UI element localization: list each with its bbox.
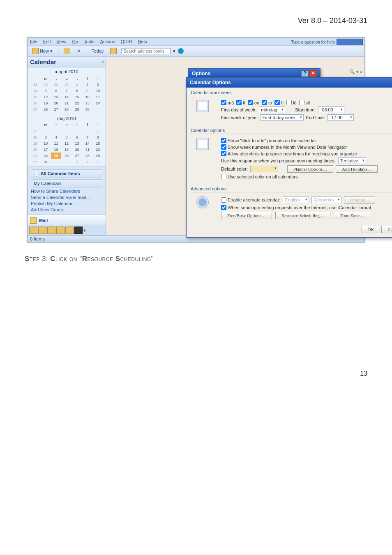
freebusy-button[interactable]: Free/Busy Options… [221, 212, 272, 219]
advanced-legend: Advanced options [191, 186, 392, 191]
search-icon: 🔍 ▾ [349, 69, 359, 74]
cal-opts-ok-button[interactable]: OK [362, 226, 380, 233]
day-on-checkbox[interactable]: on [248, 100, 259, 105]
new-button[interactable]: New ▾ [30, 47, 55, 55]
calendar-icon [32, 48, 39, 54]
menu-file[interactable]: File [30, 39, 37, 44]
menu-view[interactable]: View [57, 39, 67, 44]
help-button[interactable]: ? [301, 70, 309, 77]
shortcut-icon[interactable] [56, 227, 65, 234]
default-color-label: Default color: [221, 166, 248, 171]
nav-shortcut-strip: ▾ [28, 225, 106, 235]
menu-tools[interactable]: Tools [84, 39, 95, 44]
calendar-icon [196, 100, 209, 112]
menu-help[interactable]: Help [138, 39, 147, 44]
calendar-options-title: Calendar Options [190, 80, 231, 86]
link-send-calendar[interactable]: Send a Calendar via E-mail… [31, 195, 102, 200]
link-add-group[interactable]: Add New Group [31, 207, 102, 212]
shortcut-icon[interactable] [29, 227, 37, 234]
propose-response-label: Use this response when you propose new m… [221, 158, 336, 163]
step-instruction: Step 3: Click on "Resource Scheduling" [25, 255, 367, 263]
calendar-main-area: 🔍 ▾ « Next Appointment eminder Time Opti… [106, 57, 364, 235]
shortcut-icon[interactable] [74, 227, 83, 234]
icalendar-checkbox[interactable]: When sending meeting requests over the I… [221, 205, 371, 210]
end-time-dropdown[interactable]: 17:00 [327, 114, 354, 121]
shortcut-icon[interactable] [38, 227, 46, 234]
timezone-button[interactable]: Time Zone… [334, 212, 370, 219]
alt-lang-dropdown: English [283, 197, 309, 203]
day-to-checkbox[interactable]: to [262, 100, 272, 105]
menu-edit[interactable]: Edit [43, 39, 51, 44]
planner-options-button[interactable]: Planner Options… [287, 165, 333, 173]
menu-actions[interactable]: Actions [100, 39, 115, 44]
mini-calendar-may[interactable]: maj 2010 mtotfl 171 18345678 19101112131… [28, 114, 106, 167]
link-how-to-share[interactable]: How to Share Calendars [31, 189, 102, 194]
resource-scheduling-button[interactable]: Resource Scheduling… [275, 212, 330, 219]
work-week-legend: Calendar work week [191, 90, 392, 95]
print-button[interactable] [62, 47, 72, 55]
today-button[interactable]: Today [90, 48, 106, 54]
start-time-dropdown[interactable]: 08:00 [318, 106, 344, 113]
show-click-add-checkbox[interactable]: Show "click to add" prompts on the calen… [221, 138, 316, 143]
page-number: 13 [25, 370, 367, 377]
calendar-options-legend: Calendar options [191, 128, 392, 133]
start-time-label: Start time: [295, 107, 316, 112]
default-color-dropdown[interactable] [250, 166, 278, 172]
add-holidays-button[interactable]: Add Holidays… [336, 165, 378, 173]
search-address-field[interactable]: Search address books [121, 48, 171, 54]
book-icon [110, 48, 117, 54]
mail-icon [30, 217, 37, 224]
first-day-dropdown[interactable]: måndag [259, 106, 285, 113]
mini-cal-title: ◂ april 2010 [30, 69, 103, 74]
day-fr-checkbox[interactable]: fr [274, 100, 284, 105]
first-day-label: First day of week: [221, 107, 256, 112]
allow-propose-checkbox[interactable]: Allow attendees to propose new times for… [221, 151, 357, 156]
address-book-button[interactable] [108, 47, 119, 55]
shortcut-icon[interactable] [47, 227, 55, 234]
day-ti-checkbox[interactable]: ti [236, 100, 245, 105]
delete-button[interactable]: ✕ [75, 48, 83, 55]
use-selected-color-checkbox[interactable]: Use selected color on all calendars [221, 174, 298, 179]
mini-cal-title: maj 2010 [30, 116, 103, 121]
day-ma-checkbox[interactable]: må [221, 100, 234, 105]
first-week-label: First week of year: [221, 115, 258, 120]
options-title: Options [192, 71, 210, 76]
mini-calendar-april[interactable]: ◂ april 2010 mtotfl 13293031123 14567891… [28, 67, 106, 114]
globe-icon [196, 196, 209, 208]
menubar: File Edit View Go Tools Actions ODIR Hel… [28, 38, 364, 46]
toolbar: New ▾ ✕ Today Search address books ▾ [28, 46, 364, 57]
close-button[interactable]: × [309, 70, 317, 77]
nav-title: Calendar « [28, 57, 106, 67]
end-time-label: End time: [306, 115, 325, 120]
menu-go[interactable]: Go [72, 39, 78, 44]
my-calendars[interactable]: My Calendars [31, 179, 102, 187]
help-icon[interactable] [178, 48, 184, 54]
enable-alt-calendar-checkbox[interactable]: Enable alternate calendar: [221, 197, 280, 203]
all-calendar-items[interactable]: 📄 All Calendar Items [31, 169, 102, 178]
print-icon [64, 48, 70, 54]
calendar-options-icon [196, 138, 209, 150]
mail-nav-button[interactable]: Mail [28, 215, 106, 225]
shortcut-icon[interactable] [65, 227, 74, 234]
outlook-window: File Edit View Go Tools Actions ODIR Hel… [27, 37, 365, 243]
alt-cal-dropdown: Gregorian [311, 197, 341, 203]
nav-pane: Calendar « ◂ april 2010 mtotfl 132930311… [28, 57, 106, 235]
collapse-icon[interactable]: « [101, 59, 104, 64]
propose-response-dropdown[interactable]: Tentative [338, 157, 366, 164]
cal-opts-cancel-button[interactable]: Cancel [381, 226, 392, 233]
alt-options-button: Options… [344, 196, 375, 204]
help-search-label: Type a question for help [291, 40, 335, 44]
calendar-options-dialog: Calendar Options ? × Calendar work week … [186, 77, 392, 238]
help-search-dropdown[interactable] [337, 39, 363, 45]
day-lo-checkbox[interactable]: lö [286, 100, 297, 105]
page-header: Ver 8.0 – 2014-03-31 [25, 16, 367, 25]
menu-odir[interactable]: ODIR [121, 39, 132, 44]
day-so-checkbox[interactable]: sö [299, 100, 311, 105]
first-week-dropdown[interactable]: First 4-day week [261, 114, 304, 121]
link-publish-calendar[interactable]: Publish My Calendar… [31, 201, 102, 206]
show-week-numbers-checkbox[interactable]: Show week numbers in the Month View and … [221, 144, 347, 150]
